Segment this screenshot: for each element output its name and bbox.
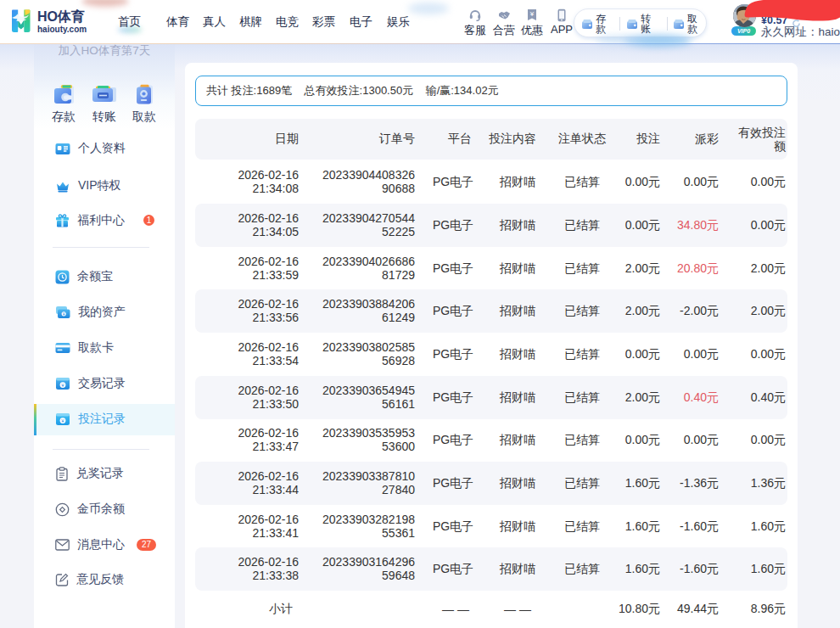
svg-text:¥: ¥	[529, 10, 535, 18]
svg-text:¥: ¥	[63, 311, 65, 317]
